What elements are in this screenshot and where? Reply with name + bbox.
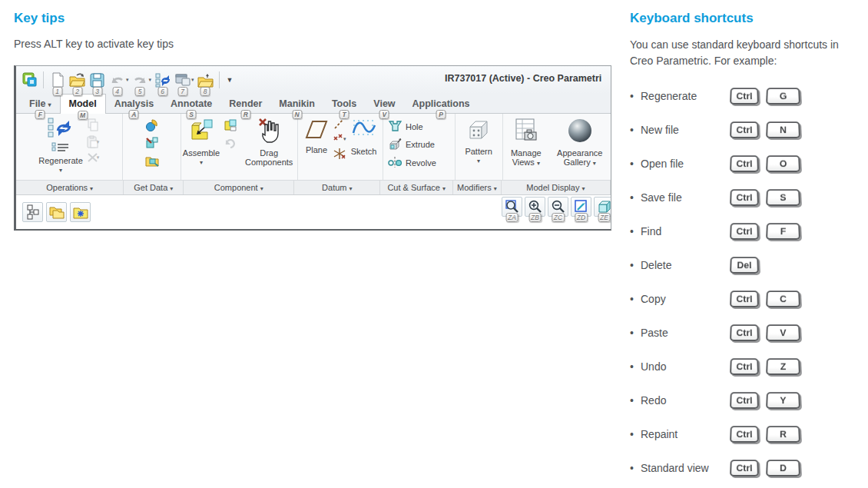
tab-annotate[interactable]: Annotate S [162,95,220,113]
graphics-toolbar: ZA ZB ZC ZD ZE [502,197,611,217]
zoom-out-button[interactable]: ZC [548,197,568,217]
point-button[interactable]: ▾ [333,134,347,144]
undo-button[interactable]: 4 [108,71,127,90]
coordinate-system-button[interactable] [333,148,347,160]
key-ctrl: Ctrl [730,155,759,172]
group-label-cut-surface[interactable]: Cut & Surface▾ [380,181,453,194]
paste-button[interactable]: ▾ [87,135,101,148]
shortcut-row: Copy CtrlC [630,290,857,307]
dropdown-arrow-icon: ▾ [537,160,540,167]
creo-app-icon[interactable] [20,71,39,90]
ribbon-group-modifiers: Pattern ▾ [456,114,503,180]
dropdown-arrow-icon: ▾ [59,167,62,174]
save-button[interactable]: 3 [88,71,107,90]
hole-button[interactable]: Hole [388,120,455,133]
shortcut-row: Undo CtrlZ [630,357,857,375]
group-label-model-display[interactable]: Model Display▾ [502,181,611,194]
keytip-badge: N [292,110,302,119]
revolve-icon [388,156,403,170]
group-label-component[interactable]: Component▾ [184,181,294,194]
get-data-buttons [144,117,161,180]
key-letter: O [766,155,800,172]
sketch-button[interactable]: Sketch [349,117,379,180]
keytip-badge: ZA [505,213,518,222]
group-label-operations[interactable]: Operations▾ [16,181,124,194]
new-file-button[interactable]: 1 [48,71,67,90]
appearance-gallery-button[interactable]: Appearance Gallery ▾ [549,117,611,180]
group-label-modifiers[interactable]: Modifiers▾ [453,181,502,194]
bullet-icon [630,259,641,271]
bullet-icon [630,293,641,305]
tab-render[interactable]: Render R [220,95,270,113]
key-letter: V [766,324,800,341]
folder-browser-button[interactable] [46,202,67,222]
model-tree-button[interactable] [22,202,43,222]
ribbon-group-labels: Operations▾ Get Data▾ Component▾ Datum▾ … [16,180,611,195]
bullet-icon [630,158,641,170]
zoom-region-button[interactable]: ZA [502,197,522,217]
group-label-get-data[interactable]: Get Data▾ [124,181,184,194]
zoom-in-button[interactable]: ZB [525,197,545,217]
tab-file[interactable]: File▾ F [21,95,60,113]
ribbon-group-operations: Regenerate ▾ ▾ ▾ [16,114,123,180]
delete-button[interactable]: ▾ [87,152,101,163]
keytip-badge: ZE [598,213,611,222]
tab-manikin[interactable]: Manikin N [270,95,323,113]
open-file-button[interactable]: 2 [68,71,87,90]
group-label-datum[interactable]: Datum▾ [294,181,380,194]
revolve-button[interactable]: Revolve [388,156,455,170]
regenerate-small-button[interactable]: 6 [153,71,172,90]
key-letter: Z [766,358,800,375]
shortcut-row: Delete Del [630,256,857,274]
drag-components-button[interactable]: Drag Components [239,117,299,180]
undo-small-button[interactable] [224,136,237,148]
key-tips-section: Key tips Press ALT key to activate key t… [14,11,615,231]
tab-analysis[interactable]: Analysis A [106,95,162,113]
tab-applications[interactable]: Applications P [404,95,479,113]
bullet-icon [630,225,641,237]
regenerate-button[interactable]: Regenerate ▾ [36,117,85,180]
keytip-badge: F [35,110,45,119]
point-dropdown-icon: ▾ [343,136,346,142]
dropdown-arrow-icon: ▾ [581,185,585,192]
keytip-badge: S [187,110,197,119]
shortcut-label: Delete [641,259,730,271]
keytip-badge: 2 [72,87,82,96]
extrude-button[interactable]: Extrude [388,138,455,151]
tab-view[interactable]: View V [365,95,403,113]
import-button[interactable] [145,118,159,132]
keytip-badge: T [340,110,350,119]
dropdown-arrow-icon: ▾ [170,185,173,192]
favorites-folder-button[interactable] [70,202,91,222]
window-button[interactable]: 7 [173,71,192,90]
repaint-button[interactable]: ZD [571,197,591,217]
manage-views-button[interactable]: Manage Views ▾ [503,117,549,180]
shortcut-label: Repaint [641,428,730,440]
create-component-button[interactable] [224,118,237,132]
shortcut-list: Regenerate CtrlG New file CtrlN Open fil… [630,87,857,476]
keytip-badge: ZC [552,213,565,222]
shortcut-row: Standard view CtrlD [630,459,857,476]
key-tips-subtext: Press ALT key to activate key tips [14,38,615,50]
key-letter: C [766,290,800,307]
import-file-button[interactable] [145,154,159,168]
redo-button[interactable]: 5 [131,71,150,90]
pattern-button[interactable]: Pattern ▾ [462,117,494,180]
key-letter: D [766,460,800,476]
copy-button[interactable] [87,118,101,131]
navigator-toolbar-area: ZA ZB ZC ZD ZE [16,196,611,229]
close-window-button[interactable]: 8 [196,71,215,90]
tab-model[interactable]: Model M [60,94,106,114]
assemble-button[interactable]: Assemble ▾ [181,117,222,180]
key-ctrl: Ctrl [730,324,759,341]
key-letter: R [766,426,800,443]
axis-button[interactable] [333,118,347,130]
tab-tools[interactable]: Tools T [323,95,365,113]
toolbar-overflow-icon[interactable]: ▼ [227,76,234,84]
plane-button[interactable]: Plane [302,117,331,180]
shortcut-label: Redo [641,394,730,407]
copy-geometry-button[interactable] [145,136,159,150]
shortcut-row: Repaint CtrlR [630,425,857,443]
navigator-buttons [22,202,91,222]
saved-views-button[interactable]: ZE [594,197,611,217]
